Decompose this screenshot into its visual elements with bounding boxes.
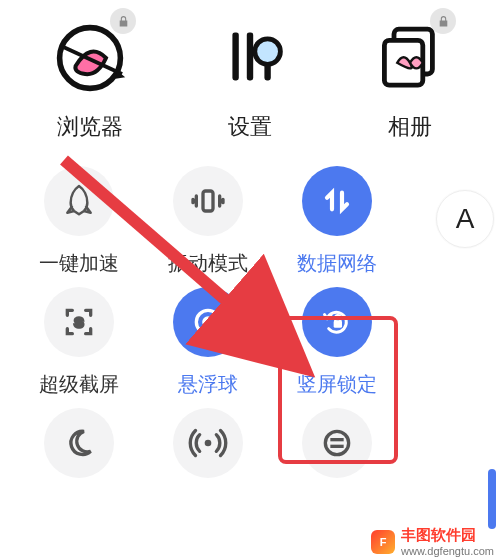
tile-label: 竖屏锁定 [297,371,377,398]
app-row: 浏览器 设置 相册 [0,0,500,152]
app-label: 设置 [190,112,310,142]
tile-portrait-lock[interactable]: 竖屏锁定 [277,287,398,398]
more-icon [302,408,372,478]
tile-label: 振动模式 [168,250,248,277]
tile-one-key-accel[interactable]: 一键加速 [18,166,139,277]
svg-rect-7 [203,191,213,211]
svg-point-12 [205,440,212,447]
target-icon [173,287,243,357]
data-arrows-icon [302,166,372,236]
watermark: F 丰图软件园 www.dgfengtu.com [371,526,494,557]
settings-icon [210,18,290,98]
tile-super-screenshot[interactable]: S 超级截屏 [18,287,139,398]
quick-settings-grid: 一键加速 振动模式 数据网络 S 超级截屏 悬浮球 竖屏锁定 [0,152,416,398]
watermark-url: www.dgfengtu.com [401,545,494,557]
svg-point-13 [326,431,349,454]
browser-icon [50,18,130,98]
floating-assist-button[interactable]: A [436,190,494,248]
tile-float-ball[interactable]: 悬浮球 [147,287,268,398]
svg-rect-1 [232,32,238,80]
svg-text:S: S [74,315,83,330]
app-settings[interactable]: 设置 [190,18,310,142]
quick-settings-row3 [0,398,416,492]
app-browser[interactable]: 浏览器 [30,18,150,142]
svg-rect-4 [264,64,270,80]
tile-label: 一键加速 [39,250,119,277]
scroll-indicator[interactable] [488,469,496,529]
tile-label: 悬浮球 [178,371,238,398]
vibrate-icon [173,166,243,236]
tile-night-mode[interactable] [18,408,139,492]
tile-vibrate-mode[interactable]: 振动模式 [147,166,268,277]
app-label: 浏览器 [30,112,150,142]
portrait-lock-icon [302,287,372,357]
moon-icon [44,408,114,478]
hotspot-icon [173,408,243,478]
tile-hotspot[interactable] [147,408,268,492]
svg-point-3 [255,39,281,65]
svg-rect-2 [247,32,253,80]
screenshot-icon: S [44,287,114,357]
app-label: 相册 [350,112,470,142]
svg-point-10 [204,318,212,326]
tile-more[interactable] [277,408,398,492]
tile-data-network[interactable]: 数据网络 [277,166,398,277]
gallery-icon [370,18,450,98]
watermark-logo-icon: F [371,530,395,554]
floating-assist-label: A [456,203,475,235]
tile-label: 数据网络 [297,250,377,277]
watermark-brand: 丰图软件园 [401,526,494,545]
app-gallery[interactable]: 相册 [350,18,470,142]
rocket-icon [44,166,114,236]
tile-label: 超级截屏 [39,371,119,398]
